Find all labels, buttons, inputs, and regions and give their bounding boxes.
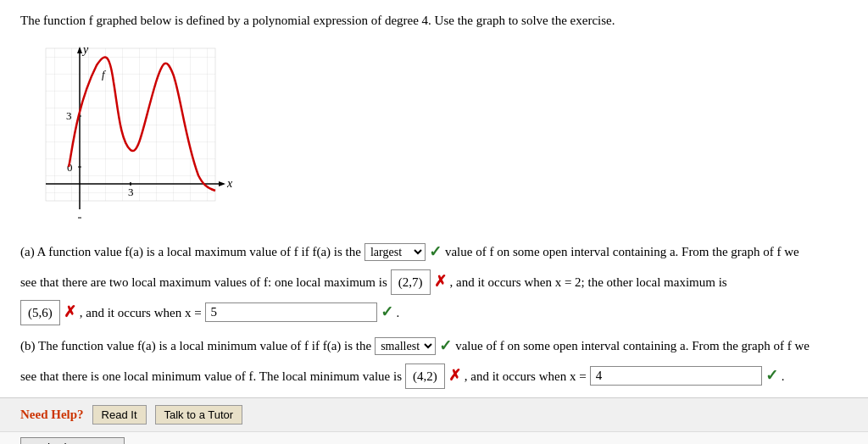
svg-text:y: y [81, 43, 89, 56]
part-a-line2: see that there are two local maximum val… [20, 269, 848, 295]
svg-text:3: 3 [66, 109, 72, 122]
part-b-text1: (b) The function value f(a) is a local m… [20, 336, 371, 356]
part-a-line3: (5,6) ✗ , and it occurs when x = ✓ . [20, 300, 848, 325]
part-b-check1: ✓ [439, 334, 452, 358]
part-a-section: (a) A function value f(a) is a local max… [20, 240, 848, 325]
part-a-line1: (a) A function value f(a) is a local max… [20, 240, 848, 264]
part-b-min-value: (4,2) [405, 364, 445, 389]
part-a-cross1: ✗ [434, 269, 447, 294]
part-a-max1-value: (2,7) [391, 269, 431, 295]
part-a-text4: , and it occurs when x = 2; the other lo… [450, 272, 727, 292]
part-a-text2: value of f on some open interval contain… [445, 241, 799, 262]
bottom-bar: Submit Answer Viewing Saved Work Revert … [0, 431, 868, 444]
part-a-check1: ✓ [429, 240, 442, 264]
part-b-line1: (b) The function value f(a) is a local m… [20, 334, 848, 358]
part-b-cross: ✗ [448, 364, 461, 388]
part-b-x-input[interactable] [590, 366, 762, 386]
part-b-line2: see that there is one local minimum valu… [20, 364, 848, 389]
part-a-check2: ✓ [381, 300, 393, 325]
svg-marker-4 [219, 181, 225, 186]
part-a-max2-value: (5,6) [20, 300, 60, 325]
svg-rect-0 [46, 48, 215, 201]
part-a-text5: , and it occurs when x = [80, 302, 202, 323]
svg-text:3: 3 [128, 186, 134, 198]
svg-text:x: x [226, 177, 233, 190]
part-b-dropdown[interactable]: smallest largest [375, 337, 436, 355]
part-a-x-input[interactable] [205, 302, 377, 322]
read-it-button[interactable]: Read It [92, 405, 147, 425]
part-a-text1: (a) A function value f(a) is a local max… [20, 241, 361, 262]
talk-to-tutor-button[interactable]: Talk to a Tutor [155, 405, 243, 425]
intro-text: The function f graphed below is defined … [20, 14, 848, 28]
revert-link[interactable]: Revert to Last Response [243, 441, 351, 444]
part-b-check2: ✓ [765, 364, 778, 388]
part-b-text3: see that there is one local minimum valu… [20, 366, 402, 386]
part-a-text3: see that there are two local maximum val… [20, 272, 387, 292]
submit-answer-button[interactable]: Submit Answer [20, 437, 125, 444]
part-b-text5: . [782, 366, 785, 386]
part-a-text6: . [397, 302, 400, 323]
need-help-bar: Need Help? Read It Talk to a Tutor [0, 397, 868, 431]
need-help-label: Need Help? [20, 408, 84, 422]
part-b-text2: value of f on some open interval contain… [455, 336, 810, 356]
function-graph: y x 3 3 [20, 40, 241, 226]
part-a-cross2: ✗ [64, 300, 76, 325]
part-b-section: (b) The function value f(a) is a local m… [20, 334, 848, 389]
part-b-text4: , and it occurs when x = [465, 366, 587, 386]
part-a-dropdown[interactable]: largest smallest [364, 243, 426, 261]
